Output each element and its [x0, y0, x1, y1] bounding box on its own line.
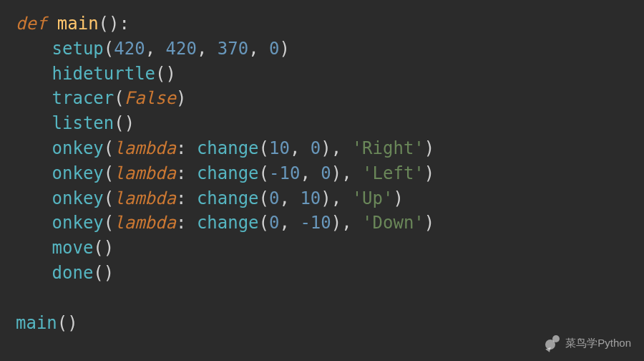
num: 420	[114, 39, 145, 59]
num: 10	[300, 188, 321, 208]
call-tracer: tracer	[52, 88, 114, 108]
str: 'Up'	[352, 188, 394, 208]
num: -10	[300, 213, 331, 233]
num: 0	[269, 188, 279, 208]
keyword-lambda: lambda	[114, 213, 176, 233]
keyword-lambda: lambda	[114, 188, 176, 208]
str: 'Down'	[362, 213, 424, 233]
num: 0	[269, 213, 279, 233]
call-change: change	[197, 213, 259, 233]
keyword-lambda: lambda	[114, 163, 176, 183]
call-change: change	[197, 138, 259, 158]
num: 10	[269, 138, 290, 158]
watermark: 菜鸟学Python	[545, 335, 631, 351]
num: -10	[269, 163, 300, 183]
func-name-main: main	[57, 14, 99, 34]
num: 0	[269, 39, 279, 59]
num: 0	[311, 138, 321, 158]
call-onkey: onkey	[52, 163, 104, 183]
call-onkey: onkey	[52, 213, 104, 233]
call-move: move	[52, 238, 94, 258]
keyword-def: def	[16, 14, 47, 34]
keyword-lambda: lambda	[114, 138, 176, 158]
num: 370	[218, 39, 248, 59]
call-onkey: onkey	[52, 188, 104, 208]
num: 420	[166, 39, 197, 59]
call-main: main	[16, 313, 57, 333]
call-onkey: onkey	[52, 138, 104, 158]
call-change: change	[197, 163, 259, 183]
num: 0	[321, 163, 331, 183]
call-hideturtle: hideturtle	[52, 64, 156, 84]
python-code-snippet: def main(): setup(420, 420, 370, 0) hide…	[0, 0, 644, 347]
str: 'Left'	[362, 163, 424, 183]
call-setup: setup	[52, 39, 104, 59]
watermark-text: 菜鸟学Python	[565, 337, 631, 350]
call-listen: listen	[52, 113, 114, 133]
call-done: done	[52, 263, 94, 283]
wechat-icon	[545, 335, 561, 351]
call-change: change	[197, 188, 259, 208]
str: 'Right'	[352, 138, 424, 158]
bool-false: False	[125, 88, 176, 108]
